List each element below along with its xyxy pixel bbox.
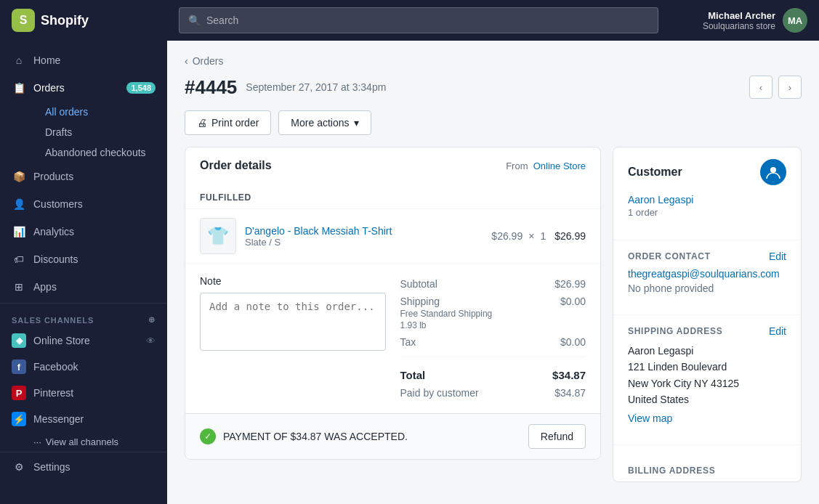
totals-area: Subtotal $26.99 Shipping Free Standard S… — [400, 275, 586, 402]
address-line1: 121 Linden Boulevard — [628, 359, 786, 375]
pinterest-icon: P — [12, 386, 26, 400]
sidebar-item-all-orders[interactable]: All orders — [33, 102, 167, 122]
sidebar-item-apps[interactable]: ⊞ Apps — [0, 273, 167, 304]
messenger-icon: ⚡ — [12, 412, 26, 426]
tax-value: $0.00 — [560, 336, 586, 348]
order-date: September 27, 2017 at 3:34pm — [246, 81, 386, 93]
customer-section: Customer Aaron Legaspi 1 order — [613, 147, 801, 229]
channel-pinterest[interactable]: P Pinterest — [0, 380, 167, 406]
logo-area[interactable]: S shopify — [12, 9, 179, 32]
discounts-icon: 🏷 — [12, 252, 26, 267]
note-label: Note — [200, 275, 386, 287]
subtotal-label: Subtotal — [400, 278, 437, 290]
sidebar-item-drafts[interactable]: Drafts — [33, 122, 167, 142]
customer-phone: No phone provided — [628, 283, 786, 294]
avatar[interactable]: MA — [783, 8, 807, 33]
channel-messenger[interactable]: ⚡ Messenger — [0, 406, 167, 432]
order-source-link[interactable]: Online Store — [533, 160, 586, 171]
view-all-channels[interactable]: ··· View all channels — [0, 432, 167, 452]
products-icon: 📦 — [12, 169, 26, 184]
address-text: Aaron Legaspi 121 Linden Boulevard New Y… — [628, 343, 786, 408]
product-variant: Slate / S — [245, 237, 483, 248]
search-icon: 🔍 — [188, 15, 201, 26]
user-area[interactable]: Michael Archer Soulquarians store MA — [703, 8, 807, 33]
channel-facebook[interactable]: f Facebook — [0, 354, 167, 380]
customer-email[interactable]: thegreatgaspi@soulquarians.com — [628, 268, 786, 280]
sidebar-item-customers[interactable]: 👤 Customers — [0, 190, 167, 218]
home-icon: ⌂ — [12, 53, 26, 68]
sidebar-item-discounts[interactable]: 🏷 Discounts — [0, 245, 167, 273]
product-price: $26.99 — [491, 230, 523, 242]
channel-label-facebook: Facebook — [33, 361, 78, 373]
search-bar[interactable]: 🔍 — [179, 7, 658, 33]
order-details-header: Order details From Online Store — [185, 147, 600, 181]
more-actions-button[interactable]: More actions ▾ — [278, 110, 371, 135]
customer-title: Customer — [628, 166, 682, 179]
address-name: Aaron Legaspi — [628, 343, 786, 359]
top-navigation: S shopify 🔍 Michael Archer Soulquarians … — [0, 0, 819, 41]
sidebar-item-settings[interactable]: ⚙ Settings — [0, 452, 167, 481]
sidebar-item-products[interactable]: 📦 Products — [0, 163, 167, 190]
order-details-title: Order details — [200, 159, 272, 172]
refund-button[interactable]: Refund — [528, 424, 586, 449]
shipping-weight: 1.93 lb — [400, 320, 427, 330]
online-store-eye-icon[interactable]: 👁 — [146, 336, 156, 346]
product-qty: 1 — [540, 230, 546, 242]
toolbar: 🖨 Print order More actions ▾ — [185, 110, 802, 135]
sidebar-item-home[interactable]: ⌂ Home — [0, 46, 167, 74]
main-content: ‹ Orders #4445 September 27, 2017 at 3:3… — [167, 41, 819, 504]
product-name-link[interactable]: D'angelo - Black Messiah T-Shirt — [245, 225, 483, 237]
search-input[interactable] — [206, 15, 649, 26]
settings-icon: ⚙ — [12, 460, 26, 474]
contact-section: ORDER CONTACT Edit thegreatgaspi@soulqua… — [613, 251, 801, 304]
sidebar: ⌂ Home 📋 Orders 1,548 All orders Drafts … — [0, 41, 167, 504]
sidebar-item-abandoned-checkouts[interactable]: Abandoned checkouts — [33, 142, 167, 163]
customer-header: Customer — [628, 159, 786, 185]
user-info: Michael Archer Soulquarians store — [703, 10, 775, 31]
sidebar-label-analytics: Analytics — [33, 226, 156, 237]
contact-edit-link[interactable]: Edit — [769, 251, 786, 262]
breadcrumb: ‹ Orders — [185, 55, 802, 67]
more-actions-label: More actions — [291, 117, 349, 129]
sidebar-item-orders[interactable]: 📋 Orders 1,548 — [0, 74, 167, 102]
contact-label: ORDER CONTACT — [628, 251, 711, 261]
view-map-link[interactable]: View map — [628, 412, 672, 424]
add-channel-button[interactable]: ⊕ — [148, 315, 156, 325]
sales-channels-header: SALES CHANNELS ⊕ — [0, 306, 167, 328]
customer-name-link[interactable]: Aaron Legaspi — [628, 194, 786, 206]
shipping-section: SHIPPING ADDRESS Edit Aaron Legaspi 121 … — [613, 325, 801, 434]
shipping-edit-link[interactable]: Edit — [769, 325, 786, 337]
view-all-label: View all channels — [46, 436, 118, 447]
sidebar-item-analytics[interactable]: 📊 Analytics — [0, 218, 167, 245]
print-order-button[interactable]: 🖨 Print order — [185, 110, 271, 135]
subtotal-row: Subtotal $26.99 — [400, 275, 586, 293]
sidebar-label-settings: Settings — [33, 461, 156, 473]
user-name: Michael Archer — [703, 10, 775, 21]
breadcrumb-orders-link[interactable]: Orders — [193, 55, 224, 67]
page-header: #4445 September 27, 2017 at 3:34pm ‹ › — [185, 76, 802, 99]
tax-row: Tax $0.00 — [400, 333, 586, 351]
billing-label: BILLING ADDRESS — [628, 466, 715, 476]
divider-2 — [613, 314, 801, 315]
channel-online-store[interactable]: ◈ Online Store 👁 — [0, 328, 167, 354]
product-thumbnail: 👕 — [200, 218, 236, 254]
paid-value: $34.87 — [554, 387, 586, 399]
note-area: Note — [200, 275, 386, 402]
note-input[interactable] — [200, 293, 386, 351]
customers-icon: 👤 — [12, 197, 26, 211]
orders-badge: 1,548 — [126, 82, 156, 94]
facebook-icon: f — [12, 359, 26, 374]
svg-point-0 — [770, 167, 776, 173]
address-city: New York City NY 43125 — [628, 375, 786, 391]
next-order-button[interactable]: › — [778, 76, 802, 99]
orders-subnav: All orders Drafts Abandoned checkouts — [0, 102, 167, 163]
subtotal-value: $26.99 — [554, 278, 586, 290]
divider-3 — [613, 444, 801, 445]
shipping-label: SHIPPING ADDRESS — [628, 326, 722, 336]
billing-section: BILLING ADDRESS — [613, 455, 801, 481]
prev-order-button[interactable]: ‹ — [749, 76, 772, 99]
total-row: Total $34.87 — [400, 363, 586, 384]
paid-label: Paid by customer — [400, 387, 479, 399]
breadcrumb-back-arrow[interactable]: ‹ — [185, 55, 188, 67]
nav-arrows: ‹ › — [749, 76, 802, 99]
